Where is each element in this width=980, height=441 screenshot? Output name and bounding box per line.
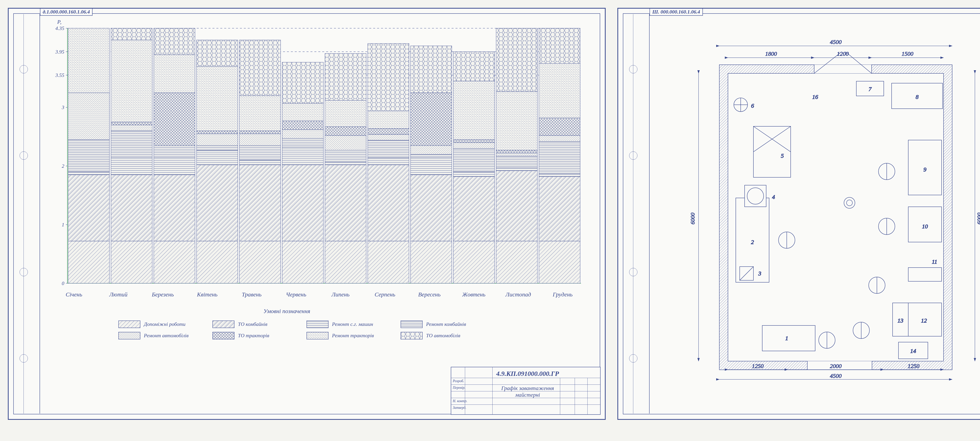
svg-rect-80 — [239, 40, 280, 96]
month-label: Вересень — [407, 291, 452, 301]
svg-text:1500: 1500 — [902, 50, 913, 57]
svg-text:4.35: 4.35 — [56, 26, 65, 31]
svg-rect-83 — [282, 165, 323, 241]
svg-rect-120 — [453, 149, 495, 172]
svg-rect-136 — [539, 177, 580, 241]
svg-rect-59 — [154, 145, 195, 157]
month-label: Квітень — [185, 291, 229, 301]
svg-rect-86 — [282, 129, 323, 139]
svg-rect-127 — [496, 171, 537, 241]
svg-rect-117 — [453, 241, 495, 283]
svg-rect-87 — [282, 121, 323, 129]
svg-rect-114 — [410, 93, 452, 145]
svg-rect-60 — [154, 93, 195, 145]
month-label: Листопад — [496, 291, 541, 301]
svg-rect-58 — [154, 157, 195, 175]
svg-rect-142 — [539, 28, 580, 63]
month-label: Липень — [318, 291, 363, 301]
svg-rect-135 — [539, 241, 580, 283]
svg-rect-75 — [239, 160, 280, 165]
legend-item: Ремонт с.г. машин — [307, 321, 401, 328]
legend-item: ТО комбайнів — [212, 321, 307, 328]
month-label: Лютий — [96, 291, 141, 301]
svg-rect-107 — [368, 43, 409, 111]
legend-item: Ремонт тракторів — [307, 332, 401, 339]
svg-rect-112 — [410, 154, 452, 157]
svg-rect-50 — [111, 131, 152, 157]
svg-rect-47 — [111, 241, 152, 283]
svg-text:1200: 1200 — [837, 50, 849, 57]
svg-rect-89 — [282, 62, 323, 103]
canvas: д.1.000.000.160.1.06.4 Р, — [0, 0, 980, 441]
svg-rect-111 — [410, 157, 452, 175]
svg-rect-173 — [753, 126, 791, 177]
svg-rect-70 — [197, 66, 238, 131]
svg-text:9: 9 — [924, 166, 926, 173]
stacked-chart: 01233.553.954.35 — [52, 24, 585, 289]
svg-text:3: 3 — [62, 105, 64, 110]
svg-text:3.55: 3.55 — [55, 72, 65, 78]
svg-rect-66 — [197, 150, 238, 165]
svg-rect-43 — [68, 140, 109, 172]
svg-rect-129 — [496, 156, 537, 168]
svg-rect-146 — [307, 321, 328, 328]
svg-rect-144 — [119, 321, 140, 328]
svg-rect-105 — [368, 128, 409, 134]
svg-rect-76 — [239, 145, 280, 160]
svg-rect-67 — [197, 145, 238, 150]
svg-text:6000: 6000 — [689, 213, 696, 224]
legend-item: Ремонт автомобілів — [118, 332, 212, 339]
svg-rect-150 — [307, 332, 328, 339]
svg-rect-62 — [154, 28, 195, 54]
svg-rect-44 — [68, 93, 109, 140]
svg-rect-122 — [453, 140, 495, 142]
tb-title: Графік завантаження майстерні — [498, 385, 557, 398]
svg-text:2: 2 — [751, 239, 754, 245]
svg-rect-147 — [401, 321, 422, 328]
svg-text:3: 3 — [758, 270, 761, 276]
svg-text:6: 6 — [751, 102, 754, 109]
svg-rect-78 — [239, 131, 280, 134]
svg-text:4500: 4500 — [830, 38, 842, 45]
svg-text:14: 14 — [910, 348, 916, 354]
svg-rect-140 — [539, 118, 580, 136]
svg-rect-104 — [368, 134, 409, 140]
svg-rect-49 — [111, 157, 152, 175]
legend: Допоміжні роботиТО комбайнівРемонт с.г. … — [118, 319, 511, 341]
svg-text:8: 8 — [916, 94, 919, 100]
svg-rect-109 — [410, 241, 452, 283]
svg-text:4: 4 — [772, 193, 775, 200]
svg-text:3.95: 3.95 — [55, 49, 65, 55]
svg-text:1250: 1250 — [752, 363, 764, 369]
svg-text:16: 16 — [812, 94, 818, 100]
svg-rect-40 — [68, 241, 109, 283]
svg-rect-56 — [154, 241, 195, 283]
svg-rect-71 — [197, 40, 238, 66]
svg-text:1250: 1250 — [908, 363, 920, 369]
svg-rect-77 — [239, 134, 280, 145]
binding-holes — [8, 14, 40, 414]
svg-text:1: 1 — [785, 335, 788, 341]
svg-rect-115 — [410, 46, 452, 93]
svg-rect-113 — [410, 145, 452, 154]
svg-rect-84 — [282, 147, 323, 165]
svg-rect-92 — [325, 165, 366, 241]
svg-text:6000: 6000 — [976, 213, 980, 224]
legend-item: Допоміжні роботи — [118, 321, 212, 328]
svg-rect-106 — [368, 111, 409, 128]
svg-rect-97 — [325, 101, 366, 127]
svg-text:7: 7 — [869, 86, 872, 92]
svg-text:11: 11 — [932, 258, 937, 265]
svg-rect-64 — [197, 241, 238, 283]
floor-plan: 1 2 3 4 5 6 7 8 9 10 11 12 13 — [677, 32, 980, 385]
svg-rect-132 — [496, 92, 537, 150]
svg-rect-189 — [908, 268, 942, 281]
svg-rect-88 — [282, 103, 323, 121]
month-label: Грудень — [540, 291, 585, 301]
svg-text:12: 12 — [921, 317, 927, 324]
svg-text:13: 13 — [897, 317, 904, 324]
svg-rect-45 — [68, 28, 109, 93]
svg-rect-79 — [239, 96, 280, 131]
svg-rect-164 — [762, 326, 815, 351]
svg-text:4500: 4500 — [830, 372, 842, 379]
